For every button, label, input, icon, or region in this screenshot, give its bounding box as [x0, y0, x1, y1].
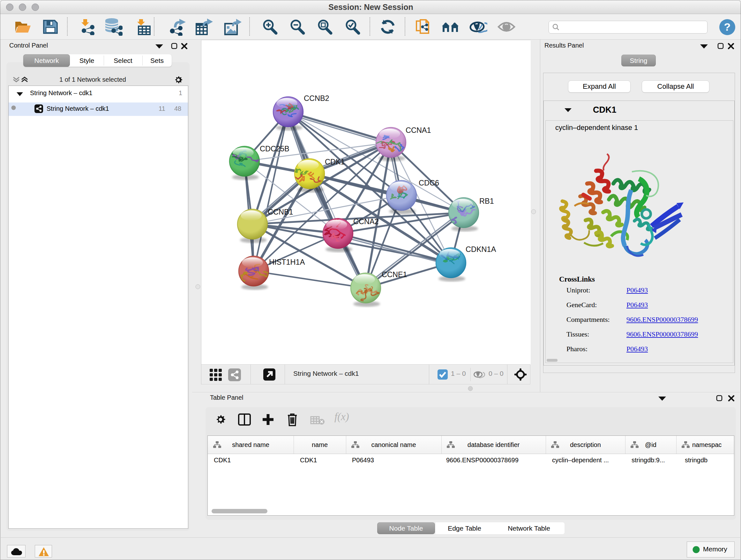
svg-text:RB1: RB1	[479, 197, 494, 205]
svg-text:CCNB2: CCNB2	[304, 94, 329, 103]
svg-text:HIST1H1A: HIST1H1A	[269, 258, 305, 266]
svg-text:CDC6: CDC6	[419, 179, 439, 187]
svg-text:CCNB1: CCNB1	[268, 208, 293, 216]
svg-text:?: ?	[724, 21, 731, 33]
svg-text:CCNA1: CCNA1	[406, 126, 431, 134]
svg-text:CDKN1A: CDKN1A	[466, 245, 496, 253]
svg-text:CCNA2: CCNA2	[353, 217, 379, 226]
svg-text:CDK1: CDK1	[325, 158, 345, 166]
svg-text:CDC25B: CDC25B	[260, 145, 289, 153]
svg-text:CCNE1: CCNE1	[382, 270, 407, 279]
